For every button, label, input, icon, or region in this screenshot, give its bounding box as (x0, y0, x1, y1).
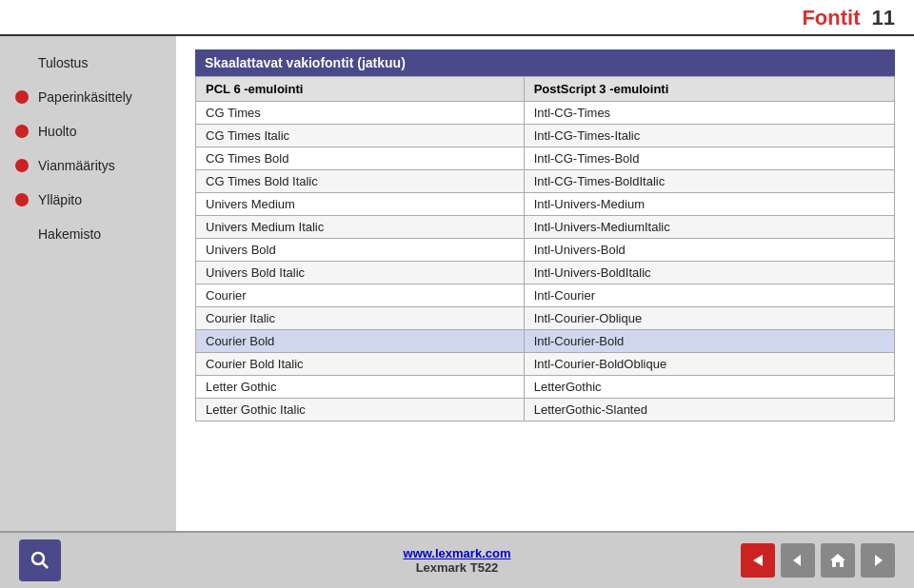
prev-page-button[interactable] (741, 543, 775, 578)
ps-font-name: Intl-Courier (524, 284, 894, 307)
ps-font-name: Intl-Univers-Bold (524, 239, 894, 262)
pcl-font-name: Letter Gothic Italic (196, 399, 525, 421)
pcl-font-name: Courier Italic (196, 307, 525, 330)
main-area: TulostusPaperinkäsittelyHuoltoVianmäärit… (0, 36, 914, 531)
sidebar-item-vianmaaritys[interactable]: Vianmääritys (0, 148, 176, 183)
ps-font-name: Intl-CG-Times-Bold (524, 147, 894, 170)
ps-font-name: Intl-Univers-MediumItalic (524, 216, 894, 239)
table-row: Univers BoldIntl-Univers-Bold (196, 239, 895, 262)
svg-line-1 (43, 563, 49, 569)
pcl-font-name: CG Times Italic (196, 125, 525, 147)
table-row: CourierIntl-Courier (196, 284, 895, 307)
sidebar-item-hakemisto[interactable]: Hakemisto (0, 217, 176, 251)
footer-nav (741, 543, 895, 578)
sidebar-item-paperinkasittely[interactable]: Paperinkäsittely (0, 80, 176, 114)
sidebar-item-tulostus[interactable]: Tulostus (0, 46, 176, 80)
search-button[interactable] (19, 539, 61, 581)
back-button[interactable] (781, 543, 815, 578)
table-row: Courier BoldIntl-Courier-Bold (196, 330, 895, 353)
search-icon (29, 549, 51, 572)
table-row: CG Times ItalicIntl-CG-Times-Italic (196, 125, 895, 147)
ps-font-name: Intl-CG-Times-BoldItalic (524, 170, 894, 193)
sidebar-item-label: Tulostus (38, 55, 88, 70)
sidebar-item-label: Hakemisto (38, 226, 101, 242)
sidebar-item-label: Paperinkäsittely (38, 89, 132, 105)
table-row: Letter Gothic ItalicLetterGothic-Slanted (196, 399, 895, 421)
pcl-font-name: CG Times Bold (196, 147, 525, 170)
svg-point-0 (32, 553, 44, 564)
ps-font-name: Intl-Courier-Oblique (524, 307, 894, 330)
pcl-font-name: CG Times Bold Italic (196, 170, 525, 193)
pcl-font-name: Univers Bold (196, 239, 525, 262)
sidebar-dot (15, 193, 29, 206)
table-row: Univers MediumIntl-Univers-Medium (196, 193, 895, 216)
pcl-font-name: Letter Gothic (196, 376, 525, 399)
page-number: 11 (872, 6, 895, 30)
next-button[interactable] (861, 543, 895, 578)
table-row: CG Times BoldIntl-CG-Times-Bold (196, 147, 895, 170)
sidebar-item-yllapito[interactable]: Ylläpito (0, 183, 176, 217)
page-section-title: Fontit (802, 6, 860, 30)
table-row: Univers Bold ItalicIntl-Univers-BoldItal… (196, 262, 895, 284)
sidebar-dot (15, 56, 29, 69)
section-title: Skaalattavat vakiofontit (jatkuu) (195, 49, 895, 76)
table-row: Letter GothicLetterGothic (196, 376, 895, 399)
sidebar-dot (15, 227, 29, 241)
table-header: PostScript 3 -emulointi (524, 77, 894, 102)
pcl-font-name: Courier (196, 284, 525, 307)
ps-font-name: Intl-Univers-Medium (524, 193, 894, 216)
sidebar: TulostusPaperinkäsittelyHuoltoVianmäärit… (0, 36, 176, 531)
pcl-font-name: Univers Medium (196, 193, 525, 216)
table-row: CG TimesIntl-CG-Times (196, 102, 895, 125)
sidebar-item-label: Huolto (38, 124, 76, 139)
font-table: PCL 6 -emulointiPostScript 3 -emulointi … (195, 76, 895, 421)
footer: www.lexmark.com Lexmark T522 (0, 531, 914, 588)
ps-font-name: Intl-Courier-BoldOblique (524, 353, 894, 376)
top-bar: Fontit 11 (0, 0, 914, 36)
svg-marker-5 (875, 555, 883, 566)
ps-font-name: LetterGothic-Slanted (524, 399, 894, 421)
ps-font-name: LetterGothic (524, 376, 894, 399)
pcl-font-name: Courier Bold Italic (196, 353, 525, 376)
ps-font-name: Intl-Courier-Bold (524, 330, 894, 353)
home-button[interactable] (821, 543, 855, 578)
pcl-font-name: Univers Medium Italic (196, 216, 525, 239)
footer-center: www.lexmark.com Lexmark T522 (404, 546, 511, 575)
sidebar-dot (15, 125, 29, 138)
ps-font-name: Intl-CG-Times (524, 102, 894, 125)
ps-font-name: Intl-Univers-BoldItalic (524, 262, 894, 284)
sidebar-item-label: Ylläpito (38, 192, 82, 207)
next-icon (869, 552, 886, 569)
sidebar-item-label: Vianmääritys (38, 158, 115, 173)
sidebar-dot (15, 159, 29, 172)
prev-icon (749, 552, 766, 569)
table-header: PCL 6 -emulointi (196, 77, 525, 102)
svg-marker-4 (830, 554, 845, 567)
sidebar-dot (15, 90, 29, 104)
footer-model: Lexmark T522 (404, 560, 511, 575)
table-row: Univers Medium ItalicIntl-Univers-Medium… (196, 216, 895, 239)
table-row: Courier ItalicIntl-Courier-Oblique (196, 307, 895, 330)
content-area: Skaalattavat vakiofontit (jatkuu) PCL 6 … (176, 36, 914, 531)
svg-marker-3 (793, 555, 801, 566)
ps-font-name: Intl-CG-Times-Italic (524, 125, 894, 147)
sidebar-item-huolto[interactable]: Huolto (0, 114, 176, 148)
footer-left[interactable] (19, 539, 61, 581)
pcl-font-name: Univers Bold Italic (196, 262, 525, 284)
svg-marker-2 (753, 555, 763, 566)
back-icon (789, 552, 806, 569)
pcl-font-name: Courier Bold (196, 330, 525, 353)
pcl-font-name: CG Times (196, 102, 525, 125)
home-icon (828, 551, 847, 570)
website-link[interactable]: www.lexmark.com (404, 546, 511, 560)
table-row: Courier Bold ItalicIntl-Courier-BoldObli… (196, 353, 895, 376)
table-row: CG Times Bold ItalicIntl-CG-Times-BoldIt… (196, 170, 895, 193)
